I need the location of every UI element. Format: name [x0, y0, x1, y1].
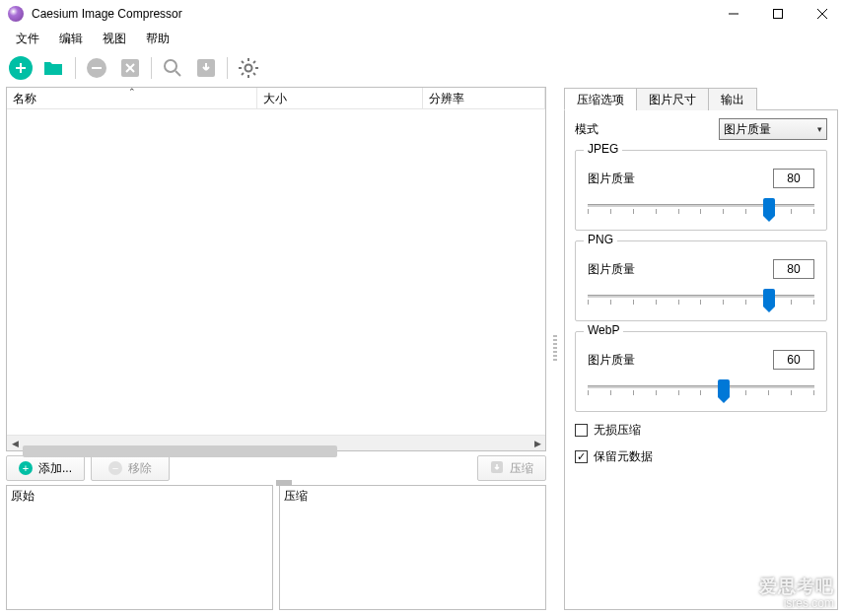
svg-line-21: [253, 61, 255, 63]
svg-point-14: [246, 65, 252, 72]
tab-output[interactable]: 输出: [708, 88, 757, 110]
lossless-checkbox-row[interactable]: 无损压缩: [575, 422, 827, 439]
webp-quality-input[interactable]: [773, 350, 814, 370]
titlebar: Caesium Image Compressor: [0, 0, 844, 28]
add-files-button[interactable]: [8, 55, 34, 81]
menu-edit[interactable]: 编辑: [49, 29, 93, 49]
open-folder-button[interactable]: [41, 55, 67, 81]
png-group: PNG 图片质量: [575, 240, 827, 321]
tabs: 压缩选项 图片尺寸 输出: [564, 87, 838, 110]
jpeg-quality-label: 图片质量: [588, 171, 635, 187]
horizontal-scrollbar[interactable]: ◀ ▶: [7, 435, 545, 450]
webp-quality-label: 图片质量: [588, 352, 635, 369]
close-icon: [817, 9, 827, 19]
menu-help[interactable]: 帮助: [136, 29, 179, 49]
column-name[interactable]: 名称 ⌃: [7, 88, 257, 108]
column-resolution[interactable]: 分辨率: [423, 88, 545, 108]
slider-thumb[interactable]: [718, 379, 730, 397]
content-area: 名称 ⌃ 大小 分辨率 ◀ ▶ +: [0, 87, 844, 616]
webp-quality-row: 图片质量: [588, 350, 814, 370]
mode-row: 模式 图片质量 ▾: [575, 118, 827, 140]
slider-ticks: [588, 300, 814, 306]
mode-select[interactable]: 图片质量 ▾: [719, 118, 827, 140]
keep-metadata-checkbox[interactable]: ✓: [575, 450, 588, 463]
lossless-checkbox[interactable]: [575, 424, 588, 437]
original-preview-label: 原始: [7, 486, 272, 507]
add-button-label: 添加...: [38, 460, 72, 477]
png-group-title: PNG: [584, 233, 617, 246]
mode-select-value: 图片质量: [724, 121, 771, 138]
jpeg-quality-slider[interactable]: [588, 198, 814, 218]
jpeg-quality-input[interactable]: [773, 169, 814, 188]
column-size[interactable]: 大小: [257, 88, 423, 108]
png-quality-label: 图片质量: [588, 261, 635, 278]
file-list[interactable]: 名称 ⌃ 大小 分辨率 ◀ ▶: [6, 87, 546, 451]
splitter-grip-icon: [553, 335, 557, 363]
window-controls: [711, 0, 844, 28]
settings-button[interactable]: [236, 55, 261, 81]
svg-point-11: [165, 60, 176, 72]
toolbar-divider: [227, 57, 228, 79]
keep-metadata-label: 保留元数据: [594, 448, 653, 465]
plus-icon: [9, 56, 33, 80]
minus-circle-icon: [86, 57, 107, 79]
compressed-preview-body: [280, 507, 545, 609]
add-button[interactable]: + 添加...: [6, 455, 85, 481]
menu-file[interactable]: 文件: [6, 29, 49, 49]
preview-button[interactable]: [160, 55, 185, 81]
scroll-left-icon[interactable]: ◀: [7, 436, 23, 451]
webp-quality-slider[interactable]: [588, 379, 814, 399]
file-list-body[interactable]: [7, 109, 545, 435]
keep-metadata-checkbox-row[interactable]: ✓ 保留元数据: [575, 448, 827, 465]
tab-image-size[interactable]: 图片尺寸: [636, 88, 709, 110]
webp-group: WebP 图片质量: [575, 331, 827, 412]
vertical-splitter[interactable]: [552, 87, 558, 610]
webp-group-title: WebP: [584, 323, 623, 337]
menubar: 文件 编辑 视图 帮助: [0, 28, 844, 49]
remove-button[interactable]: − 移除: [91, 455, 170, 481]
file-list-header: 名称 ⌃ 大小 分辨率: [7, 88, 545, 109]
compression-panel: 模式 图片质量 ▾ JPEG 图片质量: [564, 110, 838, 610]
menu-view[interactable]: 视图: [93, 29, 136, 49]
remove-button-label: 移除: [128, 460, 152, 477]
slider-ticks: [588, 209, 814, 215]
scroll-right-icon[interactable]: ▶: [529, 436, 545, 451]
splitter-handle[interactable]: [276, 480, 292, 486]
toolbar-divider: [75, 57, 76, 79]
folder-icon: [42, 58, 66, 78]
mode-label: 模式: [575, 121, 711, 138]
lossless-label: 无损压缩: [594, 422, 641, 439]
slider-thumb[interactable]: [763, 289, 775, 307]
maximize-button[interactable]: [755, 0, 800, 28]
action-bar: + 添加... − 移除 压缩: [6, 455, 546, 481]
clear-list-button[interactable]: [117, 55, 143, 81]
jpeg-group: JPEG 图片质量: [575, 150, 827, 231]
jpeg-group-title: JPEG: [584, 142, 622, 156]
original-preview: 原始: [6, 485, 273, 610]
slider-thumb[interactable]: [763, 198, 775, 216]
minimize-button[interactable]: [711, 0, 755, 28]
toolbar: [0, 49, 844, 87]
compress-button[interactable]: 压缩: [477, 455, 546, 481]
compress-icon: [490, 460, 504, 477]
scroll-thumb[interactable]: [23, 445, 337, 457]
svg-line-12: [176, 71, 180, 76]
close-button[interactable]: [800, 0, 844, 28]
jpeg-quality-row: 图片质量: [588, 169, 814, 188]
compressed-preview: 压缩: [279, 485, 546, 610]
svg-line-19: [242, 61, 244, 63]
toolbar-divider: [151, 57, 152, 79]
svg-line-20: [253, 73, 255, 75]
png-quality-slider[interactable]: [588, 289, 814, 308]
tab-compression[interactable]: 压缩选项: [564, 88, 637, 110]
maximize-icon: [773, 9, 783, 19]
compress-button-label: 压缩: [510, 460, 533, 477]
compressed-preview-label: 压缩: [280, 486, 545, 507]
minimize-icon: [729, 9, 738, 19]
remove-item-button[interactable]: [84, 55, 109, 81]
compress-toolbar-button[interactable]: [193, 55, 219, 81]
column-name-label: 名称: [13, 92, 36, 105]
clear-box-icon: [119, 57, 141, 79]
slider-track: [588, 204, 814, 207]
png-quality-input[interactable]: [773, 259, 814, 279]
